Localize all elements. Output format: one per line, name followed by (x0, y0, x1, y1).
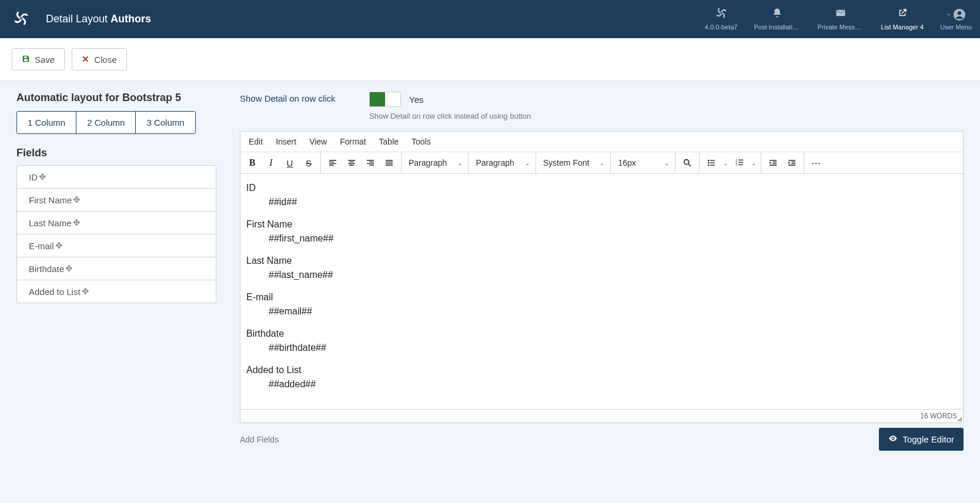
move-icon: ✥ (39, 172, 46, 182)
strikethrough-button[interactable]: S (299, 152, 318, 173)
column-1-button[interactable]: 1 Column (17, 112, 76, 133)
column-button-group: 1 Column 2 Column 3 Column (16, 111, 196, 134)
navbar-brand: Detail Layout Authors (0, 11, 165, 27)
user-icon (946, 8, 966, 21)
svg-point-1 (958, 11, 961, 15)
chevron-down-icon[interactable]: ⌄ (721, 152, 730, 173)
svg-point-2 (684, 160, 689, 165)
indent-icon[interactable] (782, 152, 801, 173)
editor-container: Edit Insert View Format Table Tools B I … (240, 131, 964, 423)
field-item-last-name[interactable]: Last Name✥ (17, 212, 216, 234)
fields-list: ID✥ First Name✥ Last Name✥ E-mail✥ Birth… (16, 165, 216, 303)
nav-list-manager[interactable]: List Manager 4 (872, 0, 932, 38)
svg-text:3: 3 (736, 163, 738, 166)
bold-button[interactable]: B (243, 152, 262, 173)
chevron-down-icon: ⌄ (664, 160, 669, 166)
navbar-items: 4.0.0-beta7 Post Installation ... Privat… (697, 0, 980, 38)
joomla-icon (716, 8, 727, 21)
menu-table[interactable]: Table (379, 137, 399, 146)
column-2-button[interactable]: 2 Column (76, 112, 136, 133)
svg-rect-5 (710, 160, 715, 160)
svg-rect-15 (738, 165, 743, 165)
field-item-first-name[interactable]: First Name✥ (17, 189, 216, 212)
align-center-icon[interactable] (342, 152, 361, 173)
field-item-birthdate[interactable]: Birthdate✥ (17, 257, 216, 280)
editor-footer: Add Fields Toggle Editor (240, 428, 964, 451)
action-bar: Save ✕ Close (0, 38, 980, 81)
underline-button[interactable]: U (280, 152, 299, 173)
svg-point-6 (708, 162, 710, 164)
svg-rect-7 (710, 162, 715, 163)
nav-user-menu[interactable]: User Menu (932, 0, 980, 38)
menu-edit[interactable]: Edit (249, 137, 263, 146)
chevron-down-icon[interactable]: ⌄ (749, 152, 758, 173)
bell-icon (772, 8, 782, 21)
chevron-down-icon: ⌄ (525, 160, 530, 166)
italic-button[interactable]: I (262, 152, 280, 173)
field-item-email[interactable]: E-mail✥ (17, 234, 216, 257)
field-item-id[interactable]: ID✥ (17, 166, 216, 189)
show-detail-toggle[interactable] (369, 92, 401, 107)
search-icon[interactable] (678, 152, 697, 173)
show-detail-row: Show Detail on row click Yes Show Detail… (240, 92, 964, 120)
svg-rect-9 (710, 165, 715, 165)
more-icon[interactable]: ⋯ (804, 152, 828, 173)
envelope-icon (835, 8, 846, 21)
svg-rect-13 (738, 162, 743, 163)
close-icon: ✕ (82, 54, 89, 65)
move-icon: ✥ (82, 286, 89, 297)
svg-line-3 (688, 164, 691, 166)
align-right-icon[interactable] (361, 152, 380, 173)
toggle-editor-button[interactable]: Toggle Editor (879, 428, 964, 451)
editor-statusbar: 16 WORDS (240, 409, 963, 422)
nav-private-messages[interactable]: Private Messages (809, 0, 872, 38)
nav-version[interactable]: 4.0.0-beta7 (697, 0, 746, 38)
show-detail-value: Yes (409, 95, 423, 105)
nav-post-install[interactable]: Post Installation ... (745, 0, 809, 38)
main-panel: Show Detail on row click Yes Show Detail… (240, 92, 964, 451)
numbered-list-icon[interactable]: 123 (730, 152, 749, 173)
paragraph-select-2[interactable]: Paragraph⌄ (469, 152, 536, 173)
show-detail-label: Show Detail on row click (240, 92, 369, 103)
add-fields-label: Add Fields (240, 435, 279, 444)
chevron-down-icon: ⌄ (457, 160, 462, 166)
menu-tools[interactable]: Tools (412, 137, 431, 146)
column-3-button[interactable]: 3 Column (136, 112, 195, 133)
move-icon: ✥ (73, 195, 81, 205)
joomla-logo-icon[interactable] (14, 11, 28, 27)
svg-rect-11 (738, 160, 743, 160)
content-area: Automatic layout for Bootstrap 5 1 Colum… (0, 81, 980, 461)
field-item-added[interactable]: Added to List✥ (17, 280, 216, 303)
menu-view[interactable]: View (309, 137, 327, 146)
fontsize-select[interactable]: 16px⌄ (611, 152, 675, 173)
editor-toolbar: B I U S Paragraph⌄ Paragraph⌄ System Fon… (240, 152, 963, 174)
menu-format[interactable]: Format (340, 137, 366, 146)
show-detail-switcher: Yes (369, 92, 423, 107)
save-button[interactable]: Save (12, 48, 65, 71)
editor-menubar: Edit Insert View Format Table Tools (240, 132, 963, 152)
align-justify-icon[interactable] (380, 152, 399, 173)
top-navbar: Detail Layout Authors 4.0.0-beta7 Post I… (0, 0, 980, 38)
save-icon (22, 55, 30, 65)
external-link-icon (897, 8, 908, 21)
move-icon: ✥ (55, 240, 63, 251)
chevron-down-icon: ⌄ (600, 160, 604, 166)
editor-body[interactable]: ID##id## First Name##first_name## Last N… (240, 174, 963, 409)
menu-insert[interactable]: Insert (276, 137, 296, 146)
bullet-list-icon[interactable] (702, 152, 721, 173)
close-button[interactable]: ✕ Close (72, 48, 126, 71)
move-icon: ✥ (73, 217, 81, 228)
align-left-icon[interactable] (323, 152, 342, 173)
svg-point-8 (708, 165, 710, 166)
svg-point-4 (708, 160, 710, 162)
show-detail-help: Show Detail on row click instead of usin… (369, 112, 964, 120)
layout-heading: Automatic layout for Bootstrap 5 (16, 92, 216, 104)
move-icon: ✥ (65, 263, 73, 274)
paragraph-select-1[interactable]: Paragraph⌄ (402, 152, 469, 173)
page-title: Detail Layout Authors (46, 13, 151, 25)
word-count: 16 WORDS (920, 412, 957, 420)
outdent-icon[interactable] (764, 152, 782, 173)
eye-icon (888, 434, 898, 445)
sidebar: Automatic layout for Bootstrap 5 1 Colum… (16, 92, 216, 451)
font-select[interactable]: System Font⌄ (536, 152, 611, 173)
